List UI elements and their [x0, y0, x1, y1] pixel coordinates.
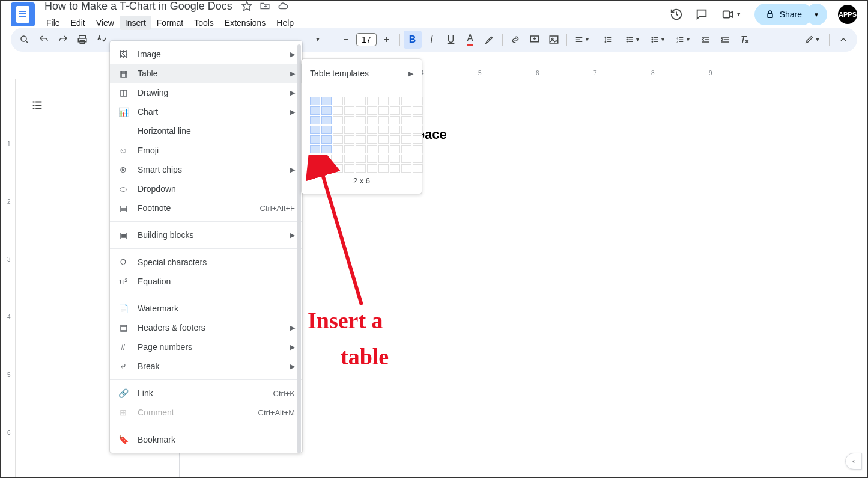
share-button[interactable]: Share	[754, 4, 813, 25]
menu-file[interactable]: File	[41, 16, 65, 30]
table-grid-cell[interactable]	[310, 116, 320, 124]
menu-view[interactable]: View	[91, 16, 120, 30]
menu-format[interactable]: Format	[151, 16, 189, 30]
checklist-dropdown[interactable]: ▼	[621, 31, 645, 49]
table-grid-cell[interactable]	[356, 164, 366, 173]
line-spacing-dropdown[interactable]	[596, 31, 620, 49]
table-grid-cell[interactable]	[321, 164, 332, 173]
search-menus-button[interactable]	[16, 31, 34, 49]
menu-scrollbar[interactable]	[297, 44, 301, 449]
table-grid-cell[interactable]	[378, 135, 389, 144]
table-grid-cell[interactable]	[401, 116, 411, 124]
table-grid-cell[interactable]	[310, 106, 320, 115]
table-grid-cell[interactable]	[378, 106, 389, 115]
table-grid-cell[interactable]	[344, 126, 354, 134]
fontsize-increase[interactable]: +	[378, 31, 396, 49]
table-grid-cell[interactable]	[333, 145, 343, 153]
redo-button[interactable]	[54, 31, 72, 49]
collapse-toolbar-button[interactable]	[834, 31, 852, 49]
table-grid-cell[interactable]	[367, 135, 377, 144]
table-grid-cell[interactable]	[321, 126, 332, 134]
table-grid-cell[interactable]	[401, 97, 411, 105]
insert-link-item[interactable]: 🔗LinkCtrl+K	[110, 384, 302, 403]
table-grid-cell[interactable]	[344, 164, 354, 173]
docs-logo-icon[interactable]	[11, 2, 35, 26]
bold-button[interactable]: B	[404, 31, 422, 49]
align-dropdown[interactable]: ▼	[571, 31, 595, 49]
table-grid-cell[interactable]	[321, 155, 332, 163]
indent-increase-button[interactable]	[716, 31, 734, 49]
table-grid-cell[interactable]	[401, 126, 411, 134]
clear-formatting-button[interactable]	[735, 31, 753, 49]
table-grid-cell[interactable]	[367, 106, 377, 115]
menu-extensions[interactable]: Extensions	[219, 16, 271, 30]
font-dropdown[interactable]: ▼	[305, 31, 329, 49]
insert-headers-footers-item[interactable]: ▤Headers & footers▶	[110, 318, 302, 337]
table-grid-cell[interactable]	[413, 155, 423, 163]
table-grid-cell[interactable]	[413, 145, 423, 153]
insert-link-button[interactable]	[506, 31, 524, 49]
table-grid-cell[interactable]	[356, 97, 366, 105]
fontsize-input[interactable]: 17	[356, 33, 377, 46]
insert-smart-chips-item[interactable]: ⊗Smart chips▶	[110, 160, 302, 179]
table-grid-cell[interactable]	[310, 155, 320, 163]
table-grid-cell[interactable]	[321, 116, 332, 124]
table-grid-cell[interactable]	[356, 155, 366, 163]
insert-break-item[interactable]: ⤶Break▶	[110, 357, 302, 376]
fontsize-decrease[interactable]: −	[337, 31, 355, 49]
insert-watermark-item[interactable]: 📄Watermark	[110, 299, 302, 318]
italic-button[interactable]: I	[423, 31, 441, 49]
table-size-picker[interactable]: 2 x 6	[302, 91, 422, 189]
table-grid-cell[interactable]	[356, 116, 366, 124]
table-grid-cell[interactable]	[390, 164, 400, 173]
table-grid-cell[interactable]	[390, 106, 400, 115]
numbered-list-dropdown[interactable]: 123▼	[672, 31, 696, 49]
indent-decrease-button[interactable]	[697, 31, 715, 49]
insert-table-item[interactable]: ▦Table▶	[110, 64, 302, 83]
table-grid-cell[interactable]	[333, 135, 343, 144]
menu-help[interactable]: Help	[271, 16, 299, 30]
table-grid-cell[interactable]	[367, 155, 377, 163]
table-grid-cell[interactable]	[344, 145, 354, 153]
table-grid-cell[interactable]	[401, 155, 411, 163]
table-grid-cell[interactable]	[356, 135, 366, 144]
undo-button[interactable]	[35, 31, 53, 49]
table-grid-cell[interactable]	[356, 106, 366, 115]
table-grid-cell[interactable]	[401, 145, 411, 153]
table-grid-cell[interactable]	[344, 116, 354, 124]
table-grid-cell[interactable]	[333, 116, 343, 124]
insert-drawing-item[interactable]: ◫Drawing▶	[110, 83, 302, 102]
insert-footnote-item[interactable]: ▤FootnoteCtrl+Alt+F	[110, 198, 302, 218]
table-grid-cell[interactable]	[401, 164, 411, 173]
table-grid-cell[interactable]	[310, 135, 320, 144]
table-grid-cell[interactable]	[333, 106, 343, 115]
table-grid-cell[interactable]	[344, 155, 354, 163]
table-grid-cell[interactable]	[390, 145, 400, 153]
table-grid-cell[interactable]	[333, 126, 343, 134]
account-avatar[interactable]: APPS	[838, 5, 857, 24]
table-grid-cell[interactable]	[413, 126, 423, 134]
table-grid-cell[interactable]	[378, 164, 389, 173]
table-grid-cell[interactable]	[310, 97, 320, 105]
menu-edit[interactable]: Edit	[65, 16, 91, 30]
vertical-ruler[interactable]: 1234567	[6, 79, 16, 477]
history-icon[interactable]	[669, 7, 684, 22]
table-grid-cell[interactable]	[413, 116, 423, 124]
insert-horizontal-line-item[interactable]: ―Horizontal line	[110, 121, 302, 141]
table-grid-cell[interactable]	[344, 97, 354, 105]
bullet-list-dropdown[interactable]: ▼	[646, 31, 670, 49]
table-grid-cell[interactable]	[390, 116, 400, 124]
table-grid-cell[interactable]	[367, 116, 377, 124]
table-templates-item[interactable]: Table templates▶	[302, 64, 422, 83]
print-button[interactable]	[73, 31, 91, 49]
table-grid-cell[interactable]	[321, 135, 332, 144]
underline-button[interactable]: U	[442, 31, 460, 49]
meet-icon[interactable]: ▼	[720, 7, 744, 22]
table-grid-cell[interactable]	[321, 106, 332, 115]
insert-image-button[interactable]	[545, 31, 563, 49]
document-outline-button[interactable]	[26, 94, 48, 116]
insert-emoji-item[interactable]: ☺Emoji	[110, 141, 302, 160]
table-grid-cell[interactable]	[333, 164, 343, 173]
table-grid-cell[interactable]	[401, 135, 411, 144]
move-folder-icon[interactable]	[259, 0, 271, 12]
